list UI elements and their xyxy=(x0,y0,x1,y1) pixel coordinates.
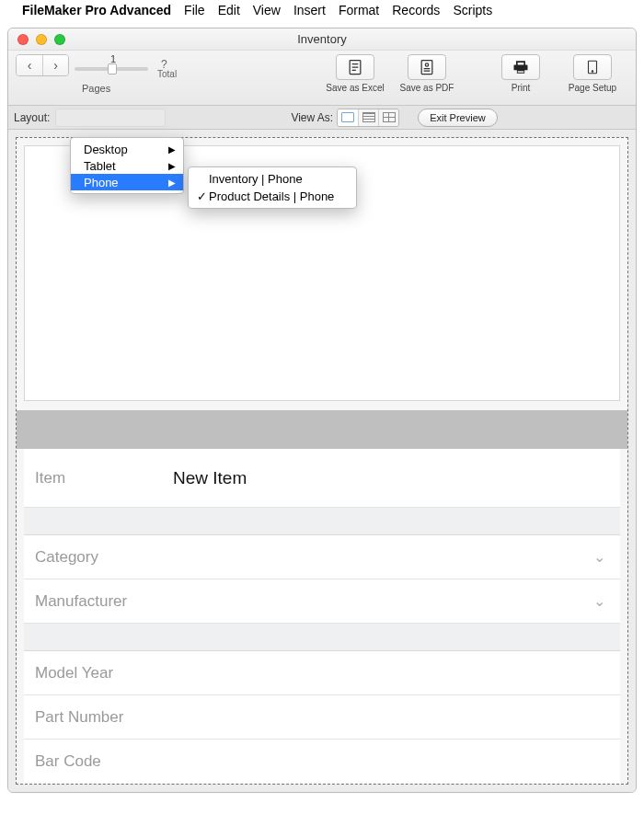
model-year-row[interactable]: Model Year xyxy=(24,651,620,695)
menu-scripts[interactable]: Scripts xyxy=(453,3,492,17)
spacer-row-2 xyxy=(24,624,620,651)
content-area: Item New Item Category ⌄ Manufacturer ⌄ … xyxy=(8,130,636,792)
page-nav-buttons: ‹ › xyxy=(16,54,69,76)
submenu-item-label: Inventory | Phone xyxy=(209,172,303,186)
page-slider-thumb[interactable] xyxy=(108,63,117,75)
submenu-item-label: Product Details | Phone xyxy=(209,189,334,203)
item-value[interactable]: New Item xyxy=(173,468,609,488)
layout-menu-item-label: Desktop xyxy=(84,143,128,156)
svg-point-2 xyxy=(425,63,428,66)
menu-edit[interactable]: Edit xyxy=(218,3,240,17)
menu-insert[interactable]: Insert xyxy=(293,3,326,17)
category-row[interactable]: Category ⌄ xyxy=(24,535,620,579)
toolbar: ‹ › 1 ? Total Pages S xyxy=(8,51,636,106)
layout-dropdown[interactable] xyxy=(55,109,166,127)
window-title: Inventory xyxy=(8,32,636,46)
submenu-arrow-icon: ▶ xyxy=(168,178,176,188)
prev-page-button[interactable]: ‹ xyxy=(17,55,42,75)
item-label: Item xyxy=(35,469,173,487)
pdf-icon xyxy=(408,54,446,80)
pages-label: Pages xyxy=(82,83,110,94)
print-label: Print xyxy=(512,83,531,93)
save-as-excel-label: Save as Excel xyxy=(326,83,384,93)
svg-rect-1 xyxy=(421,61,432,75)
app-window: Inventory ‹ › 1 ? Total Pa xyxy=(7,28,637,793)
chevron-down-icon: ⌄ xyxy=(593,548,609,566)
page-setup-icon xyxy=(573,54,612,80)
header-band xyxy=(17,410,627,449)
chevron-down-icon: ⌄ xyxy=(593,592,609,610)
view-as-group: View As: xyxy=(291,109,399,127)
bar-code-label: Bar Code xyxy=(35,752,173,771)
svg-point-4 xyxy=(592,71,593,73)
item-row: Item New Item xyxy=(24,449,620,508)
bar-code-row[interactable]: Bar Code xyxy=(24,739,620,784)
save-as-excel-button[interactable]: Save as Excel xyxy=(325,54,385,93)
submenu-arrow-icon: ▶ xyxy=(168,144,176,155)
view-as-form-button[interactable] xyxy=(338,109,358,126)
app-menu[interactable]: FileMaker Pro Advanced xyxy=(22,3,171,17)
page-setup-label: Page Setup xyxy=(569,83,616,93)
spacer-row-1 xyxy=(24,508,620,535)
category-label: Category xyxy=(35,548,173,567)
list-view-icon xyxy=(362,112,375,122)
minimize-window-button[interactable] xyxy=(36,34,47,45)
titlebar: Inventory xyxy=(8,29,636,51)
view-as-list-button[interactable] xyxy=(358,109,378,126)
zoom-window-button[interactable] xyxy=(54,34,65,45)
layout-bar: Layout: View As: Exit Preview xyxy=(8,106,636,130)
view-as-table-button[interactable] xyxy=(378,109,398,126)
menu-view[interactable]: View xyxy=(253,3,281,17)
print-button[interactable]: Print xyxy=(490,54,551,93)
part-number-label: Part Number xyxy=(35,708,173,727)
model-year-label: Model Year xyxy=(35,664,173,682)
layout-menu-item-tablet[interactable]: Tablet ▶ xyxy=(71,157,183,174)
layout-preview-frame: Item New Item Category ⌄ Manufacturer ⌄ … xyxy=(16,137,628,785)
window-controls xyxy=(17,34,65,45)
total-count-label: Total xyxy=(157,69,177,79)
manufacturer-label: Manufacturer xyxy=(35,592,173,611)
macos-menubar: FileMaker Pro Advanced File Edit View In… xyxy=(0,0,644,20)
part-number-row[interactable]: Part Number xyxy=(24,695,620,739)
checkmark-icon: ✓ xyxy=(194,189,209,203)
layout-label: Layout: xyxy=(14,111,50,124)
layout-submenu: Inventory | Phone ✓ Product Details | Ph… xyxy=(188,166,357,209)
save-as-pdf-label: Save as PDF xyxy=(400,83,454,93)
submenu-item-product-details-phone[interactable]: ✓ Product Details | Phone xyxy=(189,188,356,205)
menu-format[interactable]: Format xyxy=(339,3,379,17)
submenu-item-inventory-phone[interactable]: Inventory | Phone xyxy=(189,170,356,188)
page-setup-button[interactable]: Page Setup xyxy=(562,54,623,93)
next-page-button[interactable]: › xyxy=(42,55,68,75)
save-as-pdf-button[interactable]: Save as PDF xyxy=(397,54,457,93)
excel-icon xyxy=(336,54,374,80)
exit-preview-button[interactable]: Exit Preview xyxy=(418,109,498,127)
printer-icon xyxy=(501,54,540,80)
form-view-icon xyxy=(341,112,354,122)
submenu-arrow-icon: ▶ xyxy=(168,161,176,171)
menu-records[interactable]: Records xyxy=(392,3,440,17)
page-nav-group: ‹ › 1 ? Total Pages xyxy=(16,54,177,94)
layout-menu-item-label: Phone xyxy=(84,176,119,189)
manufacturer-row[interactable]: Manufacturer ⌄ xyxy=(24,579,620,624)
close-window-button[interactable] xyxy=(17,34,29,45)
layout-menu-item-phone[interactable]: Phone ▶ xyxy=(71,174,183,190)
form-rows: Item New Item Category ⌄ Manufacturer ⌄ … xyxy=(24,449,620,784)
layout-menu: Desktop ▶ Tablet ▶ Phone ▶ xyxy=(70,137,184,194)
layout-menu-item-desktop[interactable]: Desktop ▶ xyxy=(71,141,183,157)
menu-file[interactable]: File xyxy=(184,3,205,17)
table-view-icon xyxy=(383,112,396,122)
view-as-label: View As: xyxy=(291,111,333,124)
layout-menu-item-label: Tablet xyxy=(84,159,116,173)
